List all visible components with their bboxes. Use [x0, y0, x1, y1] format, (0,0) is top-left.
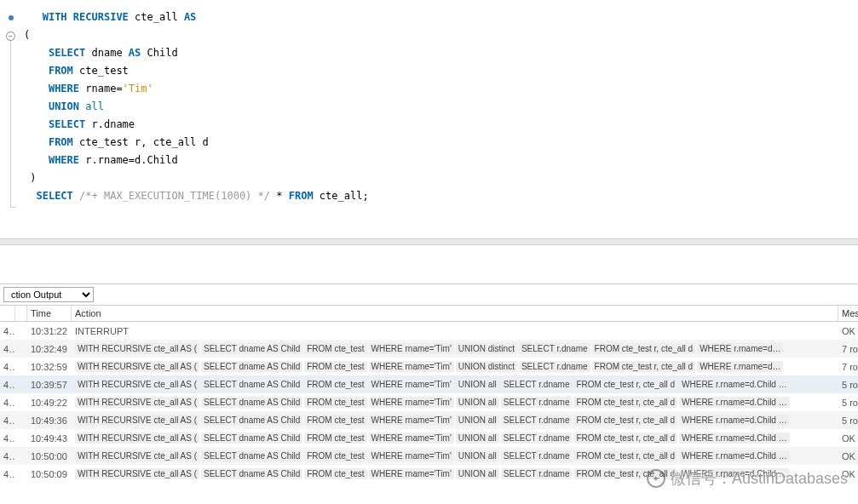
- code-line[interactable]: FROM cte_test r, cte_all d: [24, 134, 849, 152]
- col-message[interactable]: Messag: [838, 306, 858, 321]
- output-type-select[interactable]: ction Output: [3, 287, 94, 302]
- code-line[interactable]: UNION all: [24, 98, 849, 116]
- code-line[interactable]: (: [24, 26, 849, 44]
- output-row[interactable]: 4810:50:00WITH RECURSIVE cte_all AS (SEL…: [0, 447, 858, 465]
- output-row[interactable]: 4310:32:59WITH RECURSIVE cte_all AS (SEL…: [0, 358, 858, 375]
- output-header: ction Output: [0, 284, 858, 306]
- output-row[interactable]: 4610:49:36WITH RECURSIVE cte_all AS (SEL…: [0, 411, 858, 429]
- panel-divider[interactable]: [0, 238, 858, 245]
- fold-guide: [10, 41, 11, 207]
- code-area[interactable]: WITH RECURSIVE cte_all AS( SELECT dname …: [24, 9, 849, 205]
- breakpoint-icon[interactable]: [9, 15, 14, 20]
- output-row[interactable]: 4210:32:49WITH RECURSIVE cte_all AS (SEL…: [0, 340, 858, 358]
- spacer: [0, 245, 858, 284]
- code-line[interactable]: FROM cte_test: [24, 62, 849, 80]
- output-row[interactable]: 4710:49:43WITH RECURSIVE cte_all AS (SEL…: [0, 429, 858, 447]
- output-row[interactable]: 4410:39:57WITH RECURSIVE cte_all AS (SEL…: [0, 375, 858, 393]
- code-line[interactable]: WITH RECURSIVE cte_all AS: [24, 9, 849, 26]
- output-panel: ction Output Time Action Messag 4110:31:…: [0, 284, 858, 483]
- code-line[interactable]: SELECT dname AS Child: [24, 44, 849, 62]
- code-line[interactable]: WHERE rname='Tim': [24, 80, 849, 98]
- code-line[interactable]: WHERE r.rname=d.Child: [24, 152, 849, 169]
- code-line[interactable]: ): [24, 169, 849, 187]
- grid-header: Time Action Messag: [0, 306, 858, 322]
- fold-guide-end: [10, 207, 15, 208]
- col-time[interactable]: Time: [27, 306, 72, 321]
- fold-toggle-icon[interactable]: −: [6, 32, 15, 41]
- output-row[interactable]: 4910:50:09WITH RECURSIVE cte_all AS (SEL…: [0, 465, 858, 483]
- grid-body: 4110:31:22INTERRUPTOK - Qu4210:32:49WITH…: [0, 322, 858, 483]
- output-row[interactable]: 4510:49:22WITH RECURSIVE cte_all AS (SEL…: [0, 393, 858, 411]
- code-line[interactable]: SELECT r.dname: [24, 116, 849, 134]
- output-row[interactable]: 4110:31:22INTERRUPTOK - Qu: [0, 322, 858, 340]
- output-grid: Time Action Messag 4110:31:22INTERRUPTOK…: [0, 306, 858, 483]
- code-line[interactable]: SELECT /*+ MAX_EXECUTION_TIME(1000) */ *…: [24, 187, 849, 205]
- sql-editor[interactable]: − WITH RECURSIVE cte_all AS( SELECT dnam…: [0, 0, 858, 238]
- col-action[interactable]: Action: [72, 306, 838, 321]
